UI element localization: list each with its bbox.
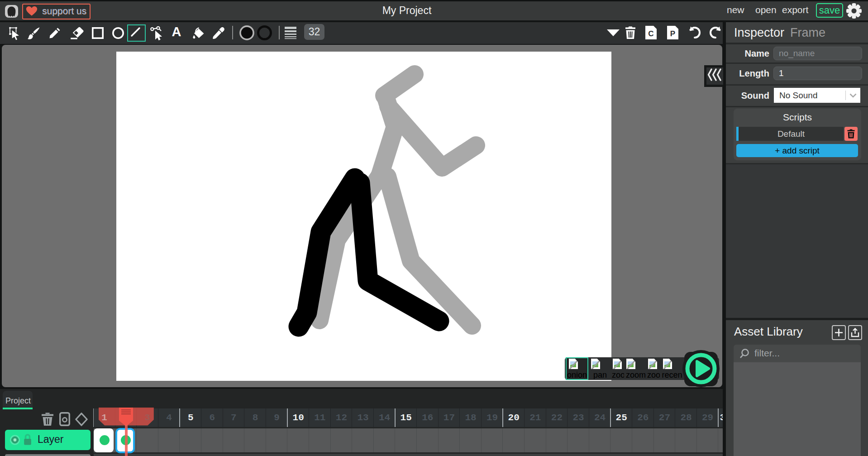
svg-text:C: C [648, 29, 653, 38]
svg-text:P: P [670, 29, 675, 38]
